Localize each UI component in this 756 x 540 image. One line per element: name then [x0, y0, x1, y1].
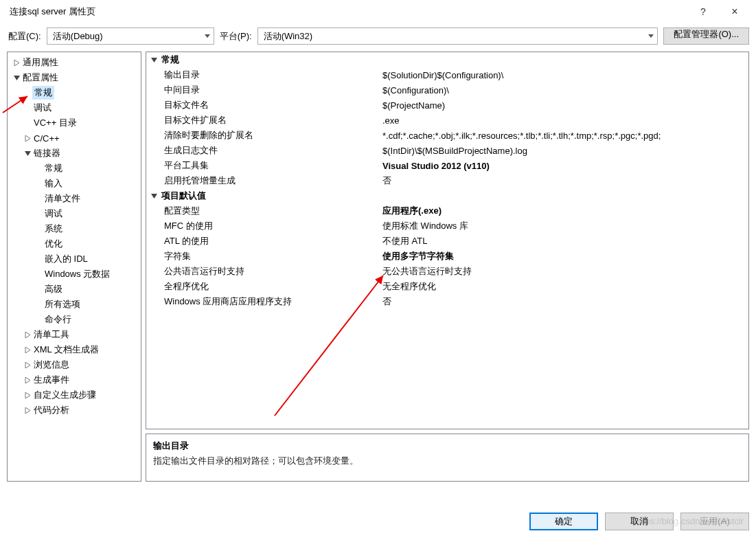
tree-item-linker-winmd[interactable]: Windows 元数据: [8, 267, 141, 282]
prop-value[interactable]: 无公共语言运行时支持: [380, 265, 748, 278]
tree-item-vcdirs[interactable]: VC++ 目录: [8, 115, 141, 131]
tree-item-code-analysis[interactable]: 代码分析: [8, 403, 141, 418]
tree-item-linker-optimize[interactable]: 优化: [8, 236, 141, 251]
prop-row-mfc[interactable]: MFC 的使用使用标准 Windows 库: [146, 218, 748, 234]
config-label: 配置(C):: [8, 30, 41, 43]
prop-row-target-ext[interactable]: 目标文件扩展名.exe: [146, 113, 748, 128]
category-tree[interactable]: 通用属性 配置属性 常规 调试 VC++ 目录 C/C++ 链接器 常规 输入 …: [7, 52, 141, 482]
collapse-icon[interactable]: [146, 193, 161, 199]
description-box: 输出目录 指定输出文件目录的相对路径；可以包含环境变量。: [146, 434, 749, 482]
prop-value[interactable]: 无全程序优化: [380, 280, 748, 293]
prop-value[interactable]: 不使用 ATL: [380, 235, 748, 247]
tree-item-config-properties[interactable]: 配置属性: [8, 70, 141, 85]
config-combobox[interactable]: 活动(Debug): [47, 27, 214, 45]
property-grid[interactable]: 常规 输出目录$(SolutionDir)$(Configuration)\ 中…: [146, 52, 749, 429]
main-area: 通用属性 配置属性 常规 调试 VC++ 目录 C/C++ 链接器 常规 输入 …: [0, 52, 756, 482]
tree-item-general[interactable]: 通用属性: [8, 55, 141, 70]
prop-row-target-name[interactable]: 目标文件名$(ProjectName): [146, 98, 748, 113]
prop-value[interactable]: Visual Studio 2012 (v110): [380, 161, 748, 171]
tree-item-xml-doc[interactable]: XML 文档生成器: [8, 342, 141, 357]
prop-value[interactable]: 否: [380, 175, 748, 187]
tree-item-linker-idl[interactable]: 嵌入的 IDL: [8, 251, 141, 267]
prop-value[interactable]: $(Configuration)\: [380, 85, 748, 95]
prop-row-charset[interactable]: 字符集使用多字节字符集: [146, 249, 748, 264]
tree-label: 常规: [32, 86, 54, 100]
tree-label: 高级: [43, 283, 62, 295]
prop-name: 配置类型: [146, 205, 380, 217]
prop-value[interactable]: 应用程序(.exe): [380, 205, 748, 217]
collapse-icon[interactable]: [23, 150, 32, 157]
tree-item-linker-input[interactable]: 输入: [8, 176, 141, 191]
tree-item-linker-manifest[interactable]: 清单文件: [8, 191, 141, 206]
tree-item-custom-build[interactable]: 自定义生成步骤: [8, 387, 141, 403]
prop-row-clean-ext[interactable]: 清除时要删除的扩展名*.cdf;*.cache;*.obj;*.ilk;*.re…: [146, 128, 748, 143]
tree-label: XML 文档生成器: [32, 344, 99, 356]
tree-item-general-sub[interactable]: 常规: [8, 85, 141, 100]
prop-row-store-app[interactable]: Windows 应用商店应用程序支持否: [146, 294, 748, 309]
ok-button[interactable]: 确定: [529, 513, 598, 530]
prop-row-atl[interactable]: ATL 的使用不使用 ATL: [146, 234, 748, 249]
expand-icon[interactable]: [23, 135, 32, 142]
prop-row-managed-incremental[interactable]: 启用托管增量生成否: [146, 173, 748, 188]
expand-icon[interactable]: [23, 392, 32, 398]
tree-label: 调试: [32, 102, 51, 114]
tree-label: 生成事件: [32, 374, 69, 386]
prop-value[interactable]: 否: [380, 295, 748, 308]
tree-item-linker[interactable]: 链接器: [8, 146, 141, 161]
tree-item-linker-debug[interactable]: 调试: [8, 206, 141, 221]
close-button[interactable]: ×: [719, 1, 751, 22]
expand-icon[interactable]: [23, 362, 32, 368]
tree-item-linker-general[interactable]: 常规: [8, 161, 141, 176]
prop-value[interactable]: $(IntDir)\$(MSBuildProjectName).log: [380, 146, 748, 156]
prop-value[interactable]: .exe: [380, 115, 748, 126]
prop-value[interactable]: $(SolutionDir)$(Configuration)\: [380, 70, 748, 80]
tree-item-browse-info[interactable]: 浏览信息: [8, 357, 141, 372]
prop-value[interactable]: 使用多字节字符集: [380, 250, 748, 262]
collapse-icon[interactable]: [146, 57, 161, 63]
tree-item-manifest-tool[interactable]: 清单工具: [8, 327, 141, 342]
prop-name: 目标文件扩展名: [146, 114, 380, 126]
tree-item-ccpp[interactable]: C/C++: [8, 131, 141, 146]
prop-row-int-dir[interactable]: 中间目录$(Configuration)\: [146, 82, 748, 98]
tree-item-linker-all[interactable]: 所有选项: [8, 297, 141, 312]
title-bar: 连接sql server 属性页 ? ×: [0, 0, 756, 23]
chevron-down-icon: [201, 34, 214, 38]
tree-item-linker-advanced[interactable]: 高级: [8, 282, 141, 297]
prop-value[interactable]: 使用标准 Windows 库: [380, 220, 748, 232]
group-general[interactable]: 常规: [146, 52, 748, 67]
prop-name: 启用托管增量生成: [146, 175, 380, 187]
expand-icon[interactable]: [23, 332, 32, 338]
config-manager-button[interactable]: 配置管理器(O)...: [663, 27, 749, 45]
tree-label: 通用属性: [21, 56, 58, 69]
tree-label: 清单文件: [43, 192, 80, 205]
platform-value: 活动(Win32): [258, 30, 645, 43]
prop-row-config-type[interactable]: 配置类型应用程序(.exe): [146, 203, 748, 218]
tree-item-debug[interactable]: 调试: [8, 100, 141, 115]
toolbar: 配置(C): 活动(Debug) 平台(P): 活动(Win32) 配置管理器(…: [0, 23, 756, 52]
button-bar: 确定 取消 应用(A): [0, 503, 756, 530]
expand-icon[interactable]: [12, 60, 21, 66]
platform-combobox[interactable]: 活动(Win32): [257, 27, 658, 45]
expand-icon[interactable]: [23, 407, 32, 414]
group-project-defaults[interactable]: 项目默认值: [146, 188, 748, 203]
tree-label: 调试: [43, 207, 62, 220]
prop-name: 目标文件名: [146, 99, 380, 111]
prop-row-output-dir[interactable]: 输出目录$(SolutionDir)$(Configuration)\: [146, 67, 748, 82]
expand-icon[interactable]: [23, 347, 32, 353]
prop-row-clr[interactable]: 公共语言运行时支持无公共语言运行时支持: [146, 264, 748, 279]
tree-item-linker-system[interactable]: 系统: [8, 221, 141, 236]
prop-value[interactable]: *.cdf;*.cache;*.obj;*.ilk;*.resources;*.…: [380, 131, 748, 141]
prop-row-toolset[interactable]: 平台工具集Visual Studio 2012 (v110): [146, 158, 748, 173]
help-button[interactable]: ?: [687, 1, 719, 22]
prop-row-buildlog[interactable]: 生成日志文件$(IntDir)\$(MSBuildProjectName).lo…: [146, 143, 748, 158]
collapse-icon[interactable]: [12, 75, 21, 81]
tree-item-build-events[interactable]: 生成事件: [8, 372, 141, 387]
prop-row-whole-opt[interactable]: 全程序优化无全程序优化: [146, 279, 748, 294]
prop-name: 字符集: [146, 250, 380, 262]
group-label: 常规: [161, 54, 179, 66]
tree-label: VC++ 目录: [32, 117, 77, 129]
cancel-button[interactable]: 取消: [605, 513, 674, 530]
expand-icon[interactable]: [23, 377, 32, 383]
prop-value[interactable]: $(ProjectName): [380, 100, 748, 111]
tree-item-linker-cmdline[interactable]: 命令行: [8, 312, 141, 327]
